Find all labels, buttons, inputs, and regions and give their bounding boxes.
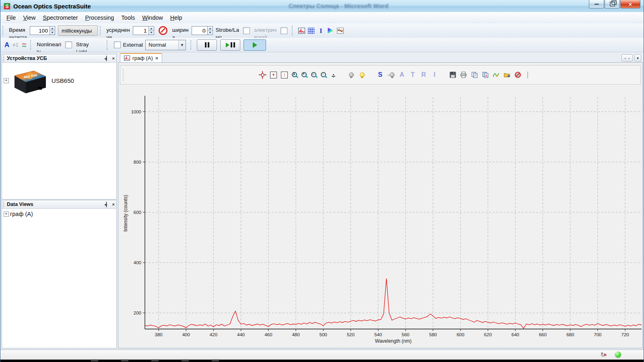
data-view-item-label: граф (A) bbox=[10, 211, 33, 217]
stray-light-checkbox[interactable] bbox=[65, 41, 72, 48]
menu-view[interactable]: View bbox=[19, 12, 39, 23]
svg-text:640: 640 bbox=[512, 332, 519, 337]
toolbar-grip[interactable] bbox=[292, 26, 294, 35]
spectrum-chart[interactable]: 2004006008001000380400420440460480500520… bbox=[120, 95, 643, 346]
table-view-icon[interactable] bbox=[308, 27, 315, 34]
overlay-view-icon[interactable] bbox=[336, 27, 344, 34]
svg-text:800: 800 bbox=[134, 160, 141, 165]
graph-view-icon[interactable] bbox=[298, 27, 305, 34]
scans-average-input[interactable] bbox=[133, 26, 149, 35]
pan-icon[interactable]: ↔↕ bbox=[330, 72, 337, 78]
data-views-panel-header[interactable]: Data Views ◂▏ × bbox=[2, 200, 116, 209]
chevron-down-icon: ▼ bbox=[178, 40, 186, 50]
zoom-region-icon[interactable]: ▫ bbox=[320, 72, 327, 78]
transmission-mode-icon[interactable]: T bbox=[409, 71, 417, 79]
svg-text:660: 660 bbox=[539, 332, 547, 337]
svg-text:500: 500 bbox=[320, 332, 327, 337]
export-icon[interactable] bbox=[503, 71, 511, 79]
play-button[interactable] bbox=[244, 39, 266, 51]
pause-button[interactable] bbox=[197, 39, 217, 51]
annotate-icon[interactable] bbox=[492, 71, 500, 79]
lamp-off-icon[interactable] bbox=[347, 71, 355, 79]
devices-panel-title: Устройства УСБ bbox=[7, 56, 47, 61]
zoom-wavelength-icon[interactable]: λ bbox=[291, 72, 298, 78]
status-green-indicator bbox=[615, 352, 621, 358]
scope-mode-icon[interactable]: S bbox=[376, 71, 384, 79]
save-spectrum-icon[interactable] bbox=[449, 71, 456, 79]
devices-panel-header[interactable]: Устройства УСБ ◂▏ × bbox=[2, 54, 116, 63]
data-views-panel-title: Data Views bbox=[7, 202, 33, 207]
menu-window[interactable]: Window bbox=[138, 12, 167, 23]
boxcar-width-input[interactable] bbox=[192, 26, 207, 35]
menu-help[interactable]: Help bbox=[167, 12, 186, 23]
zoom-out-icon[interactable]: − bbox=[311, 72, 317, 78]
close-button[interactable]: × bbox=[620, 0, 640, 8]
expand-node-icon[interactable]: + bbox=[4, 78, 9, 83]
minimize-button[interactable] bbox=[589, 0, 604, 8]
text-view-icon[interactable]: I bbox=[317, 27, 324, 34]
nonlinearity-label: Nonlineari ty bbox=[37, 38, 61, 52]
status-bar: ↻✕ bbox=[0, 350, 644, 360]
non-unity-correction-icon[interactable]: ≠1 bbox=[12, 42, 18, 48]
processing-toolbar: A ≠1 ∼∼ Nonlineari ty Stray Light Extern… bbox=[0, 38, 644, 52]
integration-time-input[interactable] bbox=[30, 26, 50, 35]
electric-dark-checkbox[interactable] bbox=[281, 27, 287, 34]
color-view-icon[interactable] bbox=[327, 27, 334, 34]
store-dark-icon[interactable]: - bbox=[387, 71, 395, 79]
tab-close-icon[interactable]: × bbox=[155, 56, 159, 61]
scale-to-fill-icon[interactable]: + bbox=[270, 71, 277, 79]
external-trigger-checkbox[interactable] bbox=[114, 41, 121, 48]
close-panel-icon[interactable]: × bbox=[112, 202, 115, 207]
device-name[interactable]: USB650 bbox=[52, 77, 74, 84]
menu-file[interactable]: File bbox=[3, 12, 19, 23]
toolbar-grip[interactable] bbox=[30, 40, 32, 50]
irradiance-mode-icon[interactable]: I bbox=[431, 71, 438, 79]
expand-node-icon[interactable]: + bbox=[4, 212, 9, 217]
tab-list-dropdown[interactable]: ▾ bbox=[634, 54, 641, 62]
toolbar-grip[interactable] bbox=[190, 40, 192, 50]
svg-text:200: 200 bbox=[134, 311, 141, 315]
spectrometer-device-image: Red Tide bbox=[10, 66, 48, 95]
menu-processing[interactable]: Processing bbox=[82, 12, 118, 23]
delete-annotation-icon[interactable] bbox=[514, 71, 522, 79]
absorbance-mode-icon[interactable]: A bbox=[398, 71, 406, 79]
step-button[interactable] bbox=[220, 39, 240, 51]
refresh-disabled-icon[interactable]: ↻✕ bbox=[599, 351, 607, 358]
integration-time-spinner[interactable] bbox=[50, 26, 55, 35]
relative-mode-icon[interactable]: R bbox=[420, 71, 427, 79]
title-bar: S Ocean Optics SpectraSuite Спектры Солн… bbox=[0, 0, 644, 12]
tab-scroll-left-icon: ◂ bbox=[624, 56, 626, 60]
copy-data-icon[interactable] bbox=[471, 71, 478, 79]
restore-button[interactable] bbox=[605, 0, 620, 8]
boxcar-width-spinner[interactable] bbox=[207, 26, 213, 35]
menu-spectrometer[interactable]: Spectrometer bbox=[39, 12, 82, 23]
svg-text:380: 380 bbox=[155, 332, 162, 337]
data-view-item[interactable]: + граф (A) bbox=[2, 209, 116, 219]
svg-text:520: 520 bbox=[347, 332, 355, 337]
stop-acquisition-icon[interactable] bbox=[159, 26, 167, 35]
curve-approx-icon[interactable]: ∼∼ bbox=[22, 42, 27, 48]
trigger-mode-dropdown[interactable]: Normal ▼ bbox=[145, 40, 186, 50]
toolbar-grip[interactable] bbox=[100, 26, 102, 35]
stray-light-label: Stray Light bbox=[76, 38, 89, 52]
absorbance-icon[interactable]: A bbox=[4, 41, 9, 49]
copy-image-icon[interactable] bbox=[481, 71, 489, 79]
print-icon[interactable] bbox=[460, 71, 467, 79]
autoscale-cursor-icon[interactable] bbox=[259, 71, 266, 79]
lamp-on-icon[interactable] bbox=[358, 71, 366, 79]
integration-units-dropdown[interactable]: milliсекунды bbox=[58, 25, 98, 36]
graph-tab[interactable]: граф (A) × bbox=[120, 53, 162, 62]
toolbar-grip[interactable] bbox=[2, 26, 4, 35]
toolbar-grip[interactable] bbox=[107, 40, 109, 50]
autoscale-y-icon[interactable]: ↕ bbox=[281, 71, 288, 79]
minimize-panel-icon[interactable]: ◂▏ bbox=[105, 56, 109, 61]
minimize-panel-icon[interactable]: ◂▏ bbox=[105, 202, 109, 207]
scans-average-spinner[interactable] bbox=[149, 26, 154, 35]
svg-text:600: 600 bbox=[134, 210, 141, 215]
menu-tools[interactable]: Tools bbox=[118, 12, 138, 23]
svg-text:Intensity (counts): Intensity (counts) bbox=[123, 195, 128, 231]
close-panel-icon[interactable]: × bbox=[112, 56, 115, 61]
tab-scroll-buttons[interactable]: ◂ ▸ bbox=[621, 54, 633, 62]
strobe-lamp-checkbox[interactable] bbox=[243, 27, 250, 34]
zoom-in-icon[interactable]: + bbox=[301, 72, 308, 78]
